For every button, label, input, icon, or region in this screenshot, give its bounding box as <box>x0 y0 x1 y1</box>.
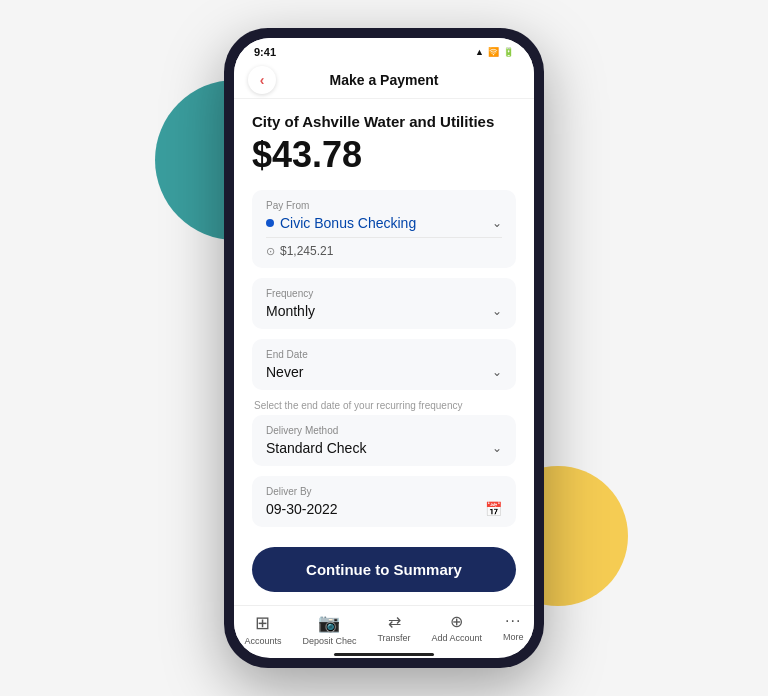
deliver-by-row: 09-30-2022 📅 <box>266 501 502 517</box>
end-date-label: End Date <box>266 349 502 360</box>
pay-from-row: Civic Bonus Checking ⌄ <box>266 215 502 231</box>
deliver-by-field[interactable]: Deliver By 09-30-2022 📅 <box>252 476 516 527</box>
home-bar <box>334 653 434 656</box>
nav-transfer-label: Transfer <box>377 633 410 643</box>
delivery-method-value: Standard Check <box>266 440 366 456</box>
chevron-down-icon: ⌄ <box>492 441 502 455</box>
frequency-value: Monthly <box>266 303 315 319</box>
balance-row: ⊙ $1,245.21 <box>266 244 502 258</box>
pay-from-label: Pay From <box>266 200 502 211</box>
nav-add-account-label: Add Account <box>432 633 483 643</box>
nav-deposit-label: Deposit Chec <box>302 636 356 646</box>
transfer-icon: ⇄ <box>388 612 401 631</box>
home-indicator <box>234 654 534 658</box>
end-date-value: Never <box>266 364 303 380</box>
back-arrow-icon: ‹ <box>260 73 265 87</box>
chevron-down-icon: ⌄ <box>492 216 502 230</box>
status-icons: ▲ 🛜 🔋 <box>475 47 514 57</box>
nav-deposit[interactable]: 📷 Deposit Chec <box>302 612 356 646</box>
pay-from-value: Civic Bonus Checking <box>266 215 416 231</box>
clock-icon: ⊙ <box>266 245 275 258</box>
payment-amount: $43.78 <box>252 134 516 176</box>
nav-transfer[interactable]: ⇄ Transfer <box>377 612 410 646</box>
delivery-method-label: Delivery Method <box>266 425 502 436</box>
deliver-by-value: 09-30-2022 <box>266 501 338 517</box>
delivery-method-field[interactable]: Delivery Method Standard Check ⌄ <box>252 415 516 466</box>
calendar-icon: 📅 <box>485 501 502 517</box>
balance-value: $1,245.21 <box>280 244 333 258</box>
page-title: Make a Payment <box>330 72 439 88</box>
chevron-down-icon: ⌄ <box>492 365 502 379</box>
content-area: City of Ashville Water and Utilities $43… <box>234 99 534 605</box>
phone-frame: 9:41 ▲ 🛜 🔋 ‹ Make a Payment City of Ashv… <box>224 28 544 668</box>
status-time: 9:41 <box>254 46 276 58</box>
frequency-label: Frequency <box>266 288 502 299</box>
end-date-row: Never ⌄ <box>266 364 502 380</box>
divider <box>266 237 502 238</box>
phone-screen: 9:41 ▲ 🛜 🔋 ‹ Make a Payment City of Ashv… <box>234 38 534 658</box>
blue-dot-icon <box>266 219 274 227</box>
phone-wrapper: 9:41 ▲ 🛜 🔋 ‹ Make a Payment City of Ashv… <box>224 28 544 668</box>
frequency-row: Monthly ⌄ <box>266 303 502 319</box>
payee-name: City of Ashville Water and Utilities <box>252 113 516 130</box>
end-date-hint: Select the end date of your recurring fr… <box>252 400 516 411</box>
add-account-icon: ⊕ <box>450 612 463 631</box>
header: ‹ Make a Payment <box>234 66 534 99</box>
status-bar: 9:41 ▲ 🛜 🔋 <box>234 38 534 66</box>
chevron-down-icon: ⌄ <box>492 304 502 318</box>
deposit-icon: 📷 <box>318 612 340 634</box>
pay-from-field[interactable]: Pay From Civic Bonus Checking ⌄ ⊙ $1,245… <box>252 190 516 268</box>
wifi-icon: 🛜 <box>488 47 499 57</box>
back-button[interactable]: ‹ <box>248 66 276 94</box>
nav-more-label: More <box>503 632 524 642</box>
delivery-method-row: Standard Check ⌄ <box>266 440 502 456</box>
frequency-field[interactable]: Frequency Monthly ⌄ <box>252 278 516 329</box>
nav-accounts[interactable]: ⊞ Accounts <box>244 612 281 646</box>
signal-icon: ▲ <box>475 47 484 57</box>
nav-accounts-label: Accounts <box>244 636 281 646</box>
nav-more[interactable]: ··· More <box>503 612 524 646</box>
battery-icon: 🔋 <box>503 47 514 57</box>
end-date-field[interactable]: End Date Never ⌄ <box>252 339 516 390</box>
bottom-nav: ⊞ Accounts 📷 Deposit Chec ⇄ Transfer ⊕ A… <box>234 605 534 654</box>
deliver-by-label: Deliver By <box>266 486 502 497</box>
more-icon: ··· <box>505 612 521 630</box>
continue-button[interactable]: Continue to Summary <box>252 547 516 592</box>
nav-add-account[interactable]: ⊕ Add Account <box>432 612 483 646</box>
accounts-icon: ⊞ <box>255 612 270 634</box>
